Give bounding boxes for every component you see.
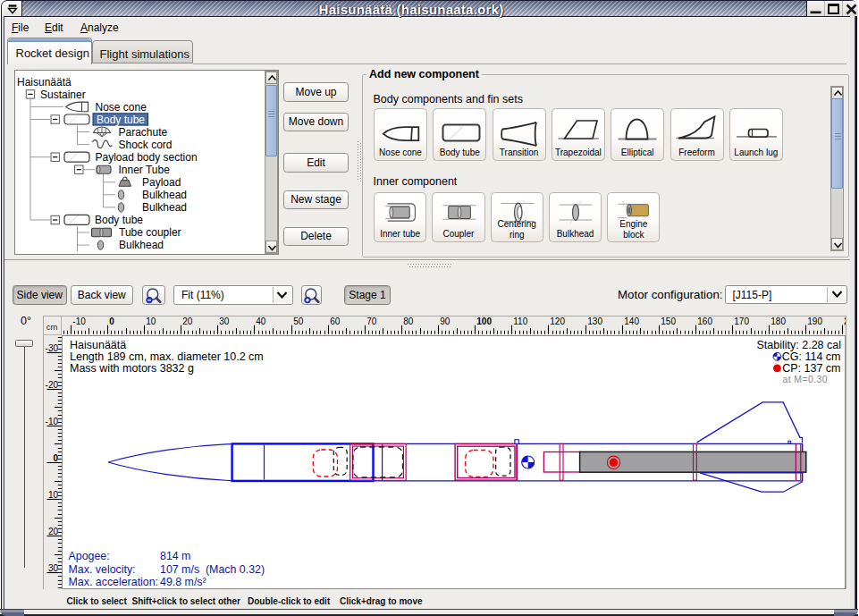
svg-text:Haisunäätä: Haisunäätä [17,76,72,89]
svg-text:at M=0.30: at M=0.30 [782,374,828,384]
svg-text:100: 100 [476,316,492,326]
svg-text:Max. velocity:: Max. velocity: [69,563,136,576]
svg-text:107 m/s (Mach 0.32): 107 m/s (Mach 0.32) [160,563,265,576]
svg-text:Max. acceleration:: Max. acceleration: [69,576,159,588]
svg-text:49.8 m/s²: 49.8 m/s² [160,576,206,588]
svg-text:70: 70 [366,316,377,326]
svg-text:90: 90 [440,316,451,326]
svg-text:Apogee:: Apogee: [69,550,110,562]
svg-text:Bulkhead: Bulkhead [142,189,187,201]
svg-text:0: 0 [53,452,58,462]
svg-text:10: 10 [146,316,156,326]
svg-text:Shock cord: Shock cord [119,139,173,151]
svg-text:Haisunäätä: Haisunäätä [70,339,126,351]
svg-text:60: 60 [330,316,341,326]
svg-text:50: 50 [293,316,304,326]
svg-text:Body tube: Body tube [97,114,145,126]
svg-text:-30: -30 [45,342,58,352]
svg-text:180: 180 [771,316,786,326]
svg-text:140: 140 [624,316,639,326]
svg-text:110: 110 [513,316,527,326]
svg-text:20: 20 [47,526,58,536]
svg-text:Bulkhead: Bulkhead [142,201,187,214]
svg-text:160: 160 [697,316,712,326]
svg-text:30: 30 [219,316,230,326]
svg-text:Mass with motors 3832 g: Mass with motors 3832 g [70,362,194,375]
svg-text:Inner Tube: Inner Tube [119,164,171,176]
svg-text:170: 170 [734,316,749,326]
svg-text:Payload: Payload [142,176,181,189]
svg-text:10: 10 [47,489,58,499]
svg-text:80: 80 [403,316,414,326]
svg-text:-10: -10 [45,416,58,426]
svg-text:Payload body section: Payload body section [96,151,198,164]
svg-text:Parachute: Parachute [119,126,168,139]
svg-text:150: 150 [661,316,676,326]
svg-text:130: 130 [587,316,602,326]
svg-text:120: 120 [550,316,565,326]
svg-text:0: 0 [109,316,114,326]
svg-text:Bulkhead: Bulkhead [119,239,164,251]
svg-text:Body tube: Body tube [95,214,143,226]
svg-text:814 m: 814 m [160,550,190,562]
svg-text:Nose cone: Nose cone [96,101,147,114]
svg-text:30: 30 [47,562,58,572]
svg-text:-20: -20 [45,379,58,389]
svg-text:Stability: 2.28 cal: Stability: 2.28 cal [757,339,842,351]
svg-text:CG: 114 cm: CG: 114 cm [782,350,841,363]
svg-text:40: 40 [256,316,266,326]
svg-text:Tube coupler: Tube coupler [119,226,181,239]
svg-text:200: 200 [844,316,846,326]
svg-text:-10: -10 [72,316,86,326]
svg-text:190: 190 [807,316,822,326]
svg-text:Sustainer: Sustainer [40,89,86,101]
svg-text:20: 20 [182,316,193,326]
svg-text:Length 189 cm, max. diameter 1: Length 189 cm, max. diameter 10.2 cm [70,350,264,363]
